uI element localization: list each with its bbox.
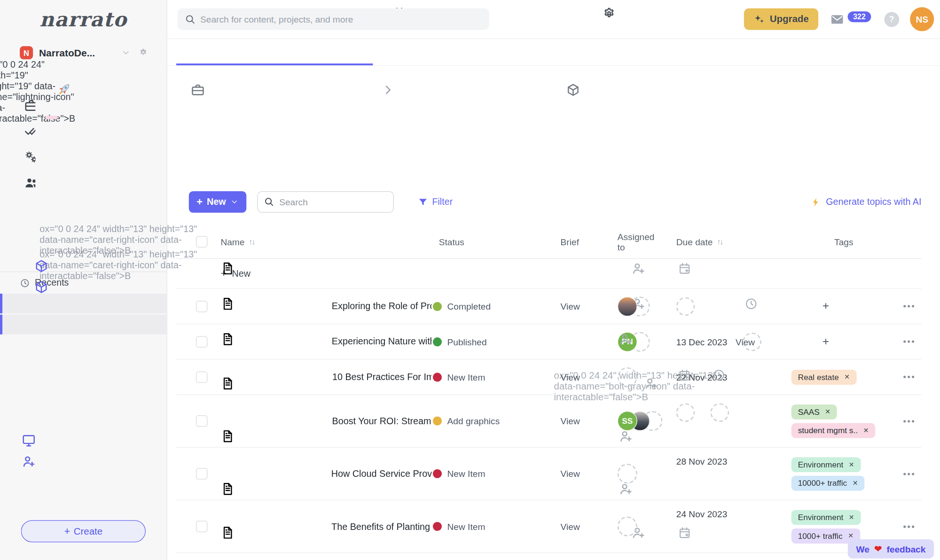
tag-pill[interactable]: Environment✕ xyxy=(791,510,861,525)
brand-logo-text: narrato xyxy=(39,8,127,31)
status-label: New Item xyxy=(447,521,486,532)
tag-pill[interactable]: student mgmt s..✕ xyxy=(791,423,876,438)
row-checkbox[interactable] xyxy=(196,521,207,532)
status-dot xyxy=(433,373,442,381)
tag-remove-icon[interactable]: ✕ xyxy=(863,427,869,435)
plus-icon: + xyxy=(64,526,70,537)
status-label: New Item xyxy=(447,372,486,382)
new-badge xyxy=(46,116,58,119)
breadcrumb-item[interactable]: ox="0 0 24 24" width="17" height="17" da… xyxy=(191,83,376,172)
column-header[interactable]: Name xyxy=(220,237,244,247)
global-search xyxy=(178,8,489,30)
status-cell[interactable]: Published xyxy=(431,336,551,347)
column-header[interactable]: Due date xyxy=(676,237,713,247)
recent-item-up-and-away[interactable]: ox="0 0 24 24" width="16" height="16" da… xyxy=(0,315,167,334)
add-assignee-button[interactable]: ox="0 0 24 24" width="17" height="17" da… xyxy=(618,516,637,536)
status-label: New Item xyxy=(447,468,486,479)
status-cell[interactable]: New Item xyxy=(431,521,551,532)
workspace-avatar: N xyxy=(20,46,33,59)
active-indicator xyxy=(0,294,2,313)
status-dot xyxy=(433,337,442,346)
tabs-bar: ox="0 0 24 24" width="18" height="18" da… xyxy=(167,39,940,66)
generate-topics-button[interactable]: Generate topics with AI xyxy=(811,196,921,207)
recents-list: ox="0 0 24 24" width="16" height="16" da… xyxy=(0,292,167,334)
column-header[interactable]: Brief xyxy=(561,237,579,247)
tag-remove-icon[interactable]: ✕ xyxy=(849,513,854,521)
feedback-button[interactable]: We ❤ feedback xyxy=(848,539,934,559)
create-button[interactable]: + Create xyxy=(21,520,146,542)
assignee-avatar[interactable]: SS xyxy=(618,411,637,431)
status-cell[interactable]: Add graphics xyxy=(431,416,551,426)
tag-pill[interactable]: Real estate✕ xyxy=(791,369,856,384)
select-all-checkbox[interactable] xyxy=(196,236,207,248)
breadcrumb-item[interactable]: ox="0 0 24 24" width="17" height="17" da… xyxy=(566,83,751,172)
funnel-icon xyxy=(418,197,428,207)
add-assignee-button[interactable]: ox="0 0 24 24" width="17" height="17" da… xyxy=(618,367,637,387)
add-tag-button[interactable]: + xyxy=(822,300,829,313)
row-title[interactable]: Boost Your ROI: Streamlining Strategie xyxy=(332,416,432,427)
tag-remove-icon[interactable]: ✕ xyxy=(844,373,850,381)
row-menu-button[interactable] xyxy=(903,376,914,378)
tag-pill[interactable]: SAAS✕ xyxy=(791,404,837,419)
row-menu-button[interactable] xyxy=(903,525,914,528)
table-search-input[interactable] xyxy=(257,191,394,213)
new-button[interactable]: + New xyxy=(189,191,246,213)
table-rows: ox="0 0 24 24" width="17" height="17" da… xyxy=(176,289,921,560)
tag-remove-icon[interactable]: ✕ xyxy=(849,460,854,468)
clock-button[interactable]: ox="0 0 24 24" width="16" height="16" da… xyxy=(710,403,729,422)
status-cell[interactable]: New Item xyxy=(431,468,551,479)
sidebar-link-invite-team-members[interactable]: ox="0 0 24 24" width="18" height="18" da… xyxy=(0,489,167,510)
calendar-add-button[interactable]: ox="0 0 24 24" width="16" height="16" da… xyxy=(676,403,695,422)
row-checkbox[interactable] xyxy=(196,371,207,382)
help-button[interactable]: ? xyxy=(884,12,899,27)
mail-icon xyxy=(829,12,845,26)
row-menu-button[interactable] xyxy=(903,305,914,307)
tag-label: Environment xyxy=(798,513,844,521)
sort-icon[interactable]: ↑↓ xyxy=(249,237,254,246)
column-header[interactable]: Assigned to xyxy=(618,232,663,252)
workspace-name: NarratoDe... xyxy=(39,47,95,58)
filter-button[interactable]: Filter xyxy=(418,196,453,207)
due-date[interactable]: 28 Nov 2023 xyxy=(676,456,728,467)
clock-button[interactable]: ox="0 0 24 24" width="16" height="16" da… xyxy=(743,332,761,351)
search-icon xyxy=(263,196,274,207)
question-mark-icon: ? xyxy=(889,15,894,24)
add-assignee-button[interactable]: ox="0 0 24 24" width="17" height="17" da… xyxy=(618,464,637,483)
tag-label: Environment xyxy=(798,460,844,469)
row-menu-button[interactable] xyxy=(903,420,914,422)
column-header[interactable]: Status xyxy=(439,237,464,247)
row-checkbox[interactable] xyxy=(196,415,207,427)
row-menu-button[interactable] xyxy=(903,340,914,342)
tag-pill[interactable]: 10000+ traffic✕ xyxy=(791,475,865,490)
due-date[interactable]: 13 Dec 2023 xyxy=(676,336,728,347)
sidebar-item-team[interactable]: ox="0 0 24 24" width="19" height="19" da… xyxy=(0,207,167,233)
tag-remove-icon[interactable]: ✕ xyxy=(848,532,854,540)
status-dot xyxy=(433,302,442,311)
brief-view-link[interactable]: View xyxy=(561,416,580,426)
tab-content[interactable]: ox="0 0 24 24" width="18" height="18" da… xyxy=(176,39,373,65)
column-header[interactable]: Tags xyxy=(834,237,853,247)
brief-view-link[interactable]: View xyxy=(561,372,580,382)
row-checkbox[interactable] xyxy=(196,468,207,479)
tag-pill[interactable]: Environment✕ xyxy=(791,457,861,472)
brief-view-link[interactable]: View xyxy=(561,468,580,479)
tag-remove-icon[interactable]: ✕ xyxy=(825,408,830,416)
global-search-input[interactable] xyxy=(178,8,489,30)
row-menu-button[interactable] xyxy=(903,473,914,475)
table-row: ox="0 0 24 24" width="17" height="17" da… xyxy=(176,553,921,560)
sort-icon[interactable]: ↑↓ xyxy=(717,237,722,246)
chevron-down-icon[interactable] xyxy=(121,48,131,57)
tab-settings[interactable]: ox="0 0 24 24" width="18" height="18" da… xyxy=(596,39,792,65)
inbox-button[interactable]: 322 xyxy=(829,12,871,26)
assignee-avatar[interactable] xyxy=(618,296,637,316)
status-dot xyxy=(433,416,442,425)
user-avatar[interactable]: NS xyxy=(910,7,934,31)
tag-remove-icon[interactable]: ✕ xyxy=(853,479,858,487)
tab-calendar[interactable]: ox="0 0 24 24" width="18" height="18" da… xyxy=(386,39,582,65)
sidebar-nav: ox="0 0 24 24" width="19" height="19" da… xyxy=(0,78,167,233)
workspace-settings-gear-icon[interactable] xyxy=(138,47,149,58)
status-cell[interactable]: Completed xyxy=(431,301,551,311)
add-tag-button[interactable]: + xyxy=(822,335,829,348)
status-cell[interactable]: New Item xyxy=(431,372,551,382)
row-title[interactable]: How Cloud Service Providers Can Leve xyxy=(331,468,432,479)
